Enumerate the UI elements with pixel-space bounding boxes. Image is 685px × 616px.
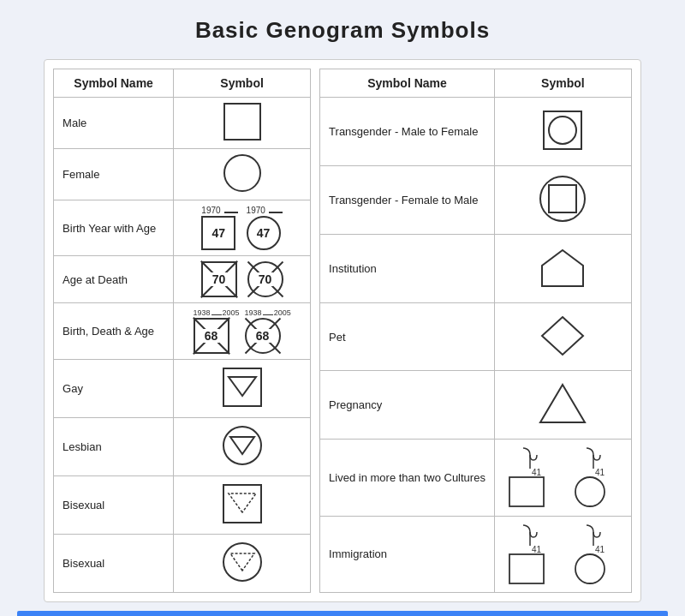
death-square-icon: 70 [201, 261, 237, 297]
male-symbol [174, 98, 311, 149]
cultures-label: Lived in more than two Cultures [320, 440, 495, 516]
trans-fm-label: Transgender - Female to Male [320, 165, 495, 234]
trans-fm-icon [537, 173, 588, 224]
bd-age-sq: 68 [203, 329, 220, 343]
lesbian-icon [220, 423, 265, 468]
trans-mf-icon [537, 105, 588, 156]
birth-death-age-symbol: 1938 2005 68 1938 [174, 303, 311, 360]
table-row: Bisexual [54, 476, 311, 535]
immigration-symbol: 41 41 [494, 516, 631, 592]
pregnancy-label: Pregnancy [320, 371, 495, 440]
birth-year-symbol: 1970 47 1970 47 [174, 200, 311, 256]
immigration-label: Immigration [320, 516, 495, 592]
immigration-cell: 41 41 [503, 523, 622, 585]
circle-icon [223, 154, 261, 192]
female-symbol [174, 149, 311, 200]
birth-year-label: Birth Year with Age [54, 200, 174, 256]
gay-icon [220, 365, 265, 410]
pet-icon [537, 310, 588, 362]
age-at-death-label: Age at Death [54, 256, 174, 303]
year-label-circle: 1970 [247, 206, 283, 215]
right-col1-header: Symbol Name [320, 69, 495, 98]
birth-death-age-label: Birth, Death & Age [54, 303, 174, 360]
birth-item-circle: 1970 47 [247, 206, 283, 250]
pregnancy-icon [537, 378, 588, 429]
bisexual-circle-icon [220, 540, 265, 584]
cultures-circle-icon: 41 [569, 446, 619, 508]
trans-mf-label: Transgender - Male to Female [320, 98, 495, 166]
bd-death-square: 68 [194, 318, 229, 354]
bd-death-circle: 68 [245, 318, 281, 354]
trans-fm-symbol [494, 165, 631, 234]
table-row: Immigration 41 [320, 516, 632, 592]
svg-text:41: 41 [595, 545, 605, 554]
death-circle-icon: 70 [247, 261, 283, 297]
bisexual-ci-symbol [174, 535, 311, 593]
table-row: Transgender - Female to Male [320, 165, 632, 234]
pet-label: Pet [320, 302, 495, 371]
age-square-icon: 47 [201, 216, 235, 250]
gay-label: Gay [54, 360, 174, 418]
cultures-square-icon: 41 [506, 446, 556, 508]
cultures-cell: 41 41 [503, 446, 622, 508]
age-circle-icon: 47 [247, 216, 281, 250]
svg-rect-11 [549, 185, 576, 212]
lesbian-symbol [174, 418, 311, 476]
bd-dash-icon [211, 314, 222, 316]
bd-age-ci: 68 [254, 329, 271, 343]
right-table: Symbol Name Symbol Transgender - Male to… [319, 69, 632, 593]
footer-bar: www.edrawmax.com [17, 611, 668, 616]
bisexual-square-icon [220, 481, 265, 526]
bisexual-sq-label: Bisexual [54, 476, 174, 535]
bisexual-sq-symbol [174, 476, 311, 535]
dash-icon [269, 212, 283, 213]
table-row: Pregnancy [320, 371, 632, 440]
table-row: Birth, Death & Age 1938 2005 68 [54, 303, 311, 360]
svg-point-9 [549, 117, 576, 144]
table-row: Birth Year with Age 1970 47 1970 [54, 200, 311, 256]
table-row: Bisexual [54, 535, 311, 593]
svg-text:41: 41 [532, 545, 542, 554]
table-row: Transgender - Male to Female [320, 98, 632, 166]
left-col1-header: Symbol Name [54, 69, 174, 98]
birth-item-square: 1970 47 [201, 206, 237, 250]
table-row: Male [54, 98, 311, 149]
bd-item-square: 1938 2005 68 [194, 308, 240, 354]
svg-rect-23 [509, 554, 544, 583]
bd-item-circle: 1938 2005 68 [245, 308, 291, 354]
svg-text:41: 41 [595, 468, 605, 477]
table-row: Gay [54, 360, 311, 418]
tables-wrapper: Symbol Name Symbol Male Female Birth [44, 59, 641, 602]
male-label: Male [54, 98, 174, 149]
female-label: Female [54, 149, 174, 200]
svg-point-26 [575, 554, 605, 583]
svg-text:41: 41 [532, 468, 542, 477]
square-icon [223, 103, 261, 141]
table-row: Lived in more than two Cultures 41 [320, 440, 632, 516]
immigration-circle-icon: 41 [569, 523, 619, 585]
pet-symbol [494, 302, 631, 371]
table-row: Pet [320, 302, 632, 371]
right-col2-header: Symbol [494, 69, 631, 98]
age-at-death-symbol: 70 70 [174, 256, 311, 303]
table-row: Female [54, 149, 311, 200]
year-label-square: 1970 [201, 206, 237, 215]
svg-marker-14 [540, 385, 585, 422]
bisexual-ci-label: Bisexual [54, 535, 174, 593]
dash-icon [224, 212, 238, 213]
table-row: Lesbian [54, 418, 311, 476]
left-table: Symbol Name Symbol Male Female Birth [53, 69, 311, 593]
bd-label-ci: 1938 2005 [245, 308, 291, 317]
table-row: Age at Death 70 70 [54, 256, 311, 303]
table-row: Institution [320, 234, 632, 302]
birth-death-group: 1938 2005 68 1938 [182, 308, 301, 354]
institution-label: Institution [320, 234, 495, 302]
death-age-ci: 70 [257, 272, 274, 286]
cultures-symbol: 41 41 [494, 440, 631, 516]
gay-symbol [174, 360, 311, 418]
pregnancy-symbol [494, 371, 631, 440]
trans-mf-symbol [494, 98, 631, 166]
page-title: Basic Genogram Symbols [195, 17, 490, 44]
svg-point-20 [575, 477, 605, 506]
lesbian-label: Lesbian [54, 418, 174, 476]
